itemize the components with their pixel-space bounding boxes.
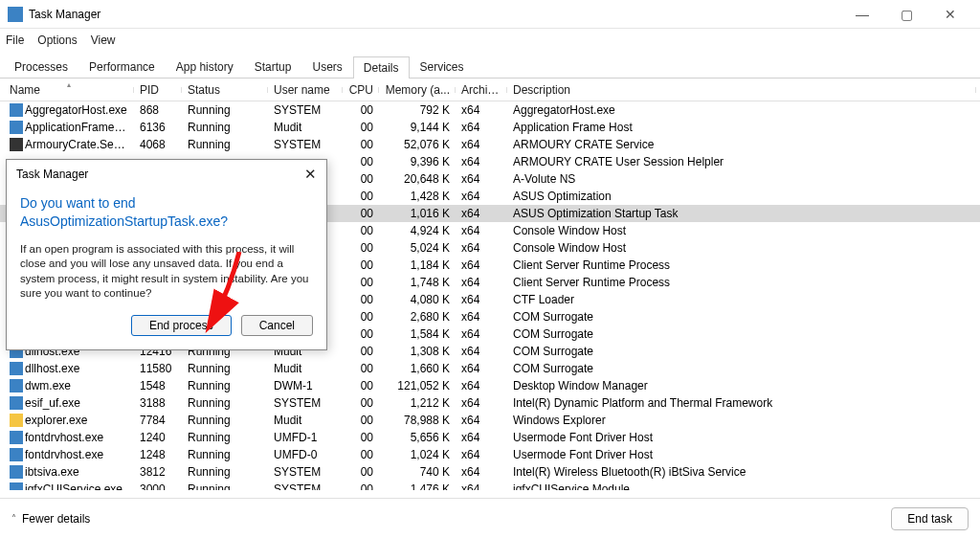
table-row[interactable]: AggregatorHost.exe868RunningSYSTEM00792 … (0, 101, 980, 119)
cell-mem: 740 K (379, 465, 456, 479)
table-row[interactable]: esif_uf.exe3188RunningSYSTEM001,212 Kx64… (0, 394, 980, 412)
cell-desc: COM Surrogate (507, 362, 976, 375)
cancel-button[interactable]: Cancel (241, 315, 313, 336)
cell-mem: 1,660 K (379, 362, 456, 375)
dialog-body: If an open program is associated with th… (20, 242, 313, 302)
table-row[interactable]: fontdrvhost.exe1240RunningUMFD-1005,656 … (0, 429, 980, 446)
cell-user: Mudit (268, 362, 343, 375)
cell-arch: x64 (456, 207, 507, 220)
cell-mem: 1,428 K (379, 190, 456, 203)
cell-arch: x64 (456, 345, 507, 358)
cell-desc: Intel(R) Wireless Bluetooth(R) iBtSiva S… (507, 465, 976, 479)
cell-mem: 78,988 K (379, 414, 456, 427)
cell-mem: 9,396 K (379, 155, 456, 168)
process-icon (10, 362, 23, 375)
cell-desc: COM Surrogate (507, 345, 976, 358)
dialog-close-icon[interactable]: ✕ (304, 166, 317, 183)
cell-desc: igfxCUIService Module (507, 482, 976, 490)
cell-user: SYSTEM (268, 103, 343, 117)
tab-users[interactable]: Users (301, 56, 352, 78)
cell-mem: 9,144 K (379, 121, 456, 134)
table-row[interactable]: ApplicationFrameHo...6136RunningMudit009… (0, 119, 980, 136)
cell-desc: ARMOURY CRATE Service (507, 138, 976, 151)
cell-status: Running (182, 379, 268, 392)
table-row[interactable]: fontdrvhost.exe1248RunningUMFD-0001,024 … (0, 446, 980, 463)
cell-cpu: 00 (343, 241, 379, 255)
cell-user: DWM-1 (268, 379, 343, 392)
cell-name: dllhost.exe (4, 362, 134, 376)
cell-arch: x64 (456, 172, 507, 186)
tab-app-history[interactable]: App history (166, 56, 244, 78)
cell-name: fontdrvhost.exe (4, 448, 134, 462)
menu-view[interactable]: View (91, 34, 116, 47)
cell-arch: x64 (456, 362, 507, 375)
cell-desc: CTF Loader (507, 293, 976, 306)
cell-desc: AggregatorHost.exe (507, 103, 976, 117)
cell-status: Running (182, 465, 268, 479)
menu-options[interactable]: Options (37, 34, 77, 47)
process-icon (10, 103, 23, 117)
cell-mem: 4,924 K (379, 224, 456, 237)
cell-arch: x64 (456, 379, 507, 392)
cell-cpu: 00 (343, 172, 379, 186)
chevron-up-icon: ˄ (11, 513, 16, 524)
cell-cpu: 00 (343, 103, 379, 117)
cell-desc: Windows Explorer (507, 414, 976, 427)
cell-cpu: 00 (343, 448, 379, 461)
cell-status: Running (182, 362, 268, 375)
menubar: File Options View (0, 29, 980, 52)
maximize-button[interactable]: ▢ (884, 0, 928, 29)
table-row[interactable]: dwm.exe1548RunningDWM-100121,052 Kx64Des… (0, 377, 980, 394)
table-row[interactable]: ibtsiva.exe3812RunningSYSTEM00740 Kx64In… (0, 463, 980, 481)
cell-desc: Console Window Host (507, 224, 976, 237)
col-desc[interactable]: Description (507, 83, 976, 97)
cell-user: SYSTEM (268, 482, 343, 490)
fewer-details-link[interactable]: Fewer details (22, 512, 90, 526)
end-process-button[interactable]: End process (131, 315, 232, 336)
process-icon (10, 121, 23, 134)
process-icon (10, 396, 23, 410)
confirm-dialog: Task Manager ✕ Do you want to end AsusOp… (6, 159, 327, 350)
cell-cpu: 00 (343, 258, 379, 272)
col-arch[interactable]: Archite... (456, 83, 507, 97)
cell-cpu: 00 (343, 379, 379, 392)
tab-startup[interactable]: Startup (244, 56, 302, 78)
end-task-button[interactable]: End task (891, 507, 969, 530)
cell-cpu: 00 (343, 396, 379, 410)
window-title: Task Manager (29, 8, 100, 21)
minimize-button[interactable]: — (840, 0, 884, 29)
table-row[interactable]: igfxCUIService.exe3000RunningSYSTEM001,4… (0, 481, 980, 490)
cell-status: Running (182, 431, 268, 444)
col-mem[interactable]: Memory (a... (379, 83, 456, 97)
cell-arch: x64 (456, 448, 507, 461)
cell-cpu: 00 (343, 293, 379, 306)
tab-services[interactable]: Services (410, 56, 475, 78)
tab-performance[interactable]: Performance (78, 56, 166, 78)
col-user[interactable]: User name (268, 83, 343, 97)
cell-arch: x64 (456, 190, 507, 203)
table-row[interactable]: ArmouryCrate.Servic...4068RunningSYSTEM0… (0, 136, 980, 153)
titlebar: Task Manager — ▢ ✕ (0, 0, 980, 29)
cell-desc: Desktop Window Manager (507, 379, 976, 392)
cell-user: SYSTEM (268, 138, 343, 151)
tab-details[interactable]: Details (353, 56, 410, 78)
cell-desc: ARMOURY CRATE User Session Helpler (507, 155, 976, 168)
menu-file[interactable]: File (6, 34, 24, 47)
cell-arch: x64 (456, 327, 507, 341)
close-button[interactable]: ✕ (928, 0, 972, 29)
col-name[interactable]: Name (4, 83, 134, 97)
col-status[interactable]: Status (182, 83, 268, 97)
table-row[interactable]: explorer.exe7784RunningMudit0078,988 Kx6… (0, 412, 980, 429)
cell-arch: x64 (456, 465, 507, 479)
process-icon (10, 465, 23, 479)
cell-mem: 20,648 K (379, 172, 456, 186)
cell-status: Running (182, 396, 268, 410)
cell-mem: 52,076 K (379, 138, 456, 151)
cell-cpu: 00 (343, 431, 379, 444)
tab-processes[interactable]: Processes (4, 56, 78, 78)
cell-desc: A-Volute NS (507, 172, 976, 186)
col-cpu[interactable]: CPU (343, 83, 379, 97)
col-pid[interactable]: PID (134, 83, 182, 97)
table-row[interactable]: dllhost.exe11580RunningMudit001,660 Kx64… (0, 360, 980, 377)
cell-cpu: 00 (343, 482, 379, 490)
